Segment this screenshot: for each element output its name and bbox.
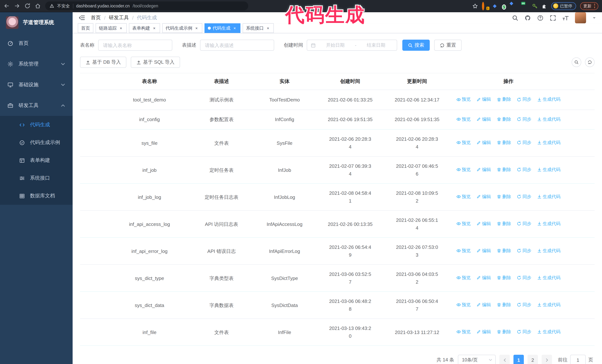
start-date-placeholder[interactable]: 开始日期: [318, 42, 352, 48]
edit-link[interactable]: 编辑: [476, 328, 491, 336]
preview-link[interactable]: 预览: [456, 247, 471, 255]
fullscreen-icon[interactable]: [550, 15, 556, 21]
close-tab-icon[interactable]: ×: [194, 26, 199, 31]
sidebar-item-code-generation[interactable]: 代码生成: [0, 116, 73, 134]
view-tab[interactable]: 首页: [78, 23, 93, 33]
end-date-placeholder[interactable]: 结束日期: [359, 42, 393, 48]
extension-grid-icon[interactable]: [512, 3, 518, 9]
browser-update-button[interactable]: 更新: [580, 2, 598, 10]
goto-page-input[interactable]: [570, 355, 586, 364]
delete-link[interactable]: 删除: [497, 115, 511, 123]
sidebar-item-form-builder[interactable]: 表单构建: [0, 151, 73, 169]
page-size-select[interactable]: 10条/页: [458, 355, 496, 364]
user-avatar[interactable]: [575, 12, 586, 23]
delete-link[interactable]: 删除: [497, 139, 511, 147]
generate-code-link[interactable]: 生成代码: [537, 247, 560, 255]
sidebar-item-infrastructure[interactable]: 基础设施: [0, 74, 73, 95]
sync-link[interactable]: 同步: [517, 115, 531, 123]
view-tab[interactable]: 代码生成 ×: [204, 23, 240, 33]
import-from-sql-button[interactable]: 基于 SQL 导入: [131, 57, 180, 68]
github-icon[interactable]: [525, 15, 531, 21]
sync-link[interactable]: 同步: [517, 193, 531, 201]
import-from-db-button[interactable]: 基于 DB 导入: [80, 57, 127, 68]
sync-link[interactable]: 同步: [517, 220, 531, 228]
edit-link[interactable]: 编辑: [476, 115, 491, 123]
sidebar-item-database-doc[interactable]: 数据库文档: [0, 187, 73, 205]
view-tab[interactable]: 系统接口 ×: [243, 23, 274, 33]
delete-link[interactable]: 删除: [497, 328, 511, 336]
extension-orange-icon[interactable]: 1: [482, 3, 488, 9]
preview-link[interactable]: 预览: [456, 193, 471, 201]
browser-menu-icon[interactable]: [594, 4, 595, 8]
browser-reload-icon[interactable]: [24, 3, 30, 9]
address-bar[interactable]: 不安全 dashboard.yudao.iocoder.cn/tool/code…: [45, 1, 248, 10]
preview-link[interactable]: 预览: [456, 220, 471, 228]
preview-link[interactable]: 预览: [456, 166, 471, 174]
generate-code-link[interactable]: 生成代码: [537, 301, 560, 309]
sync-link[interactable]: 同步: [517, 274, 531, 282]
edit-link[interactable]: 编辑: [476, 220, 491, 228]
generate-code-link[interactable]: 生成代码: [537, 328, 560, 336]
breadcrumb-home[interactable]: 首页: [91, 14, 101, 21]
delete-link[interactable]: 删除: [497, 301, 511, 309]
close-tab-icon[interactable]: ×: [118, 26, 123, 31]
generate-code-link[interactable]: 生成代码: [537, 220, 560, 228]
sync-link[interactable]: 同步: [517, 139, 531, 147]
reset-button[interactable]: 重置: [434, 40, 462, 51]
delete-link[interactable]: 删除: [497, 193, 511, 201]
close-tab-icon[interactable]: ×: [232, 26, 237, 31]
page-button-2[interactable]: 2: [527, 355, 538, 364]
close-tab-icon[interactable]: ×: [152, 26, 157, 31]
browser-back-icon[interactable]: [4, 3, 10, 9]
view-tab[interactable]: 表单构建 ×: [129, 23, 160, 33]
close-tab-icon[interactable]: ×: [266, 26, 270, 31]
profile-paused-chip[interactable]: 已暂停: [551, 2, 576, 10]
sync-link[interactable]: 同步: [517, 166, 531, 174]
extension-on-icon[interactable]: on: [522, 3, 528, 9]
generate-code-link[interactable]: 生成代码: [537, 139, 560, 147]
preview-link[interactable]: 预览: [456, 301, 471, 309]
edit-link[interactable]: 编辑: [476, 166, 491, 174]
preview-link[interactable]: 预览: [456, 115, 471, 123]
sidebar-toggle-icon[interactable]: [78, 14, 85, 21]
delete-link[interactable]: 删除: [497, 95, 511, 103]
breadcrumb-dev-tools[interactable]: 研发工具: [109, 14, 129, 21]
preview-link[interactable]: 预览: [456, 328, 471, 336]
delete-link[interactable]: 删除: [497, 274, 511, 282]
prev-page-button[interactable]: [499, 355, 510, 364]
sync-link[interactable]: 同步: [517, 328, 531, 336]
delete-link[interactable]: 删除: [497, 247, 511, 255]
preview-link[interactable]: 预览: [456, 274, 471, 282]
extension-key-icon[interactable]: [532, 3, 537, 9]
page-button-1[interactable]: 1: [514, 355, 524, 364]
delete-link[interactable]: 删除: [497, 220, 511, 228]
create-time-range-picker[interactable]: 开始日期 - 结束日期: [307, 40, 397, 51]
search-icon[interactable]: [512, 15, 518, 21]
edit-link[interactable]: 编辑: [476, 301, 491, 309]
generate-code-link[interactable]: 生成代码: [537, 95, 560, 103]
view-tab[interactable]: 链路追踪 ×: [96, 23, 127, 33]
sync-link[interactable]: 同步: [517, 301, 531, 309]
sidebar-logo[interactable]: 芋道管理系统: [0, 12, 73, 33]
sync-link[interactable]: 同步: [517, 95, 531, 103]
browser-forward-icon[interactable]: [14, 3, 20, 9]
preview-link[interactable]: 预览: [456, 95, 471, 103]
view-tab[interactable]: 代码生成示例 ×: [162, 23, 202, 33]
bookmark-star-icon[interactable]: [472, 3, 478, 9]
next-page-button[interactable]: [542, 355, 552, 364]
browser-home-icon[interactable]: [35, 3, 41, 9]
edit-link[interactable]: 编辑: [476, 193, 491, 201]
generate-code-link[interactable]: 生成代码: [537, 115, 560, 123]
edit-link[interactable]: 编辑: [476, 247, 491, 255]
refresh-table-button[interactable]: [585, 57, 595, 67]
extension-gem-icon[interactable]: ◆: [492, 3, 498, 9]
sidebar-item-dev-tools[interactable]: 研发工具: [0, 95, 73, 116]
preview-link[interactable]: 预览: [456, 139, 471, 147]
sidebar-item-codegen-example[interactable]: 代码生成示例: [0, 134, 73, 151]
avatar-caret-icon[interactable]: [592, 16, 596, 20]
generate-code-link[interactable]: 生成代码: [537, 193, 560, 201]
sidebar-item-system-api[interactable]: 系统接口: [0, 169, 73, 187]
generate-code-link[interactable]: 生成代码: [537, 274, 560, 282]
table-desc-input[interactable]: [200, 40, 274, 51]
sidebar-item-home[interactable]: 首页: [0, 33, 73, 54]
